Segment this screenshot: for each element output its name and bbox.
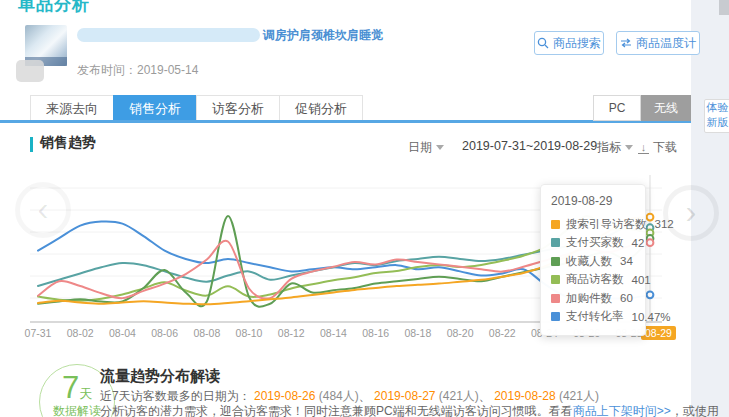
metric-dropdown[interactable]: 指标 xyxy=(597,139,633,156)
shop-logo-blurred xyxy=(16,60,44,82)
tooltip-series-value: 10.47% xyxy=(632,311,671,323)
x-tick-label: 08-02 xyxy=(60,327,100,339)
date-dropdown-label: 日期 xyxy=(408,139,432,156)
tooltip-date: 2019-08-29 xyxy=(551,194,635,208)
metric-dropdown-label: 指标 xyxy=(597,139,621,156)
tooltip-row: 搜索引导访客数312 xyxy=(551,215,635,234)
x-tick-label: 08-20 xyxy=(440,327,480,339)
product-thermometer-label: 商品温度计 xyxy=(636,35,696,52)
product-title-blurred-segment xyxy=(77,28,260,42)
download-label: 下载 xyxy=(653,139,677,156)
chart-tooltip: 2019-08-29 搜索引导访客数312支付买家数42收藏人数34商品访客数4… xyxy=(540,184,646,336)
badge-number: 7 xyxy=(62,371,79,405)
insight-line2: 分析访客的潜力需求，迎合访客需求！同时注意兼顾PC端和无线端访客访问习惯哦。看看… xyxy=(100,403,729,417)
series-endpoint-marker xyxy=(647,239,654,246)
tooltip-series-value: 401 xyxy=(632,274,651,286)
top-day-count: (421人) xyxy=(439,389,479,403)
x-tick-label: 08-06 xyxy=(145,327,185,339)
series-endpoint-marker xyxy=(647,214,654,221)
try-new-version-badge[interactable]: 体验 新版 xyxy=(704,99,729,133)
product-title: 调房护肩颈椎坎肩睡觉 xyxy=(263,27,383,44)
tab-visitor-analysis[interactable]: 访客分析 xyxy=(196,95,279,121)
series-color-swatch xyxy=(551,275,560,284)
insight-line1-prefix: 近7天访客数最多的日期为： xyxy=(100,389,251,403)
tab-promotion-analysis[interactable]: 促销分析 xyxy=(279,95,363,121)
badge-unit: 天 xyxy=(79,386,92,401)
toggle-wireless[interactable]: 无线 xyxy=(641,95,691,121)
chevron-down-icon xyxy=(436,145,444,150)
chevron-left-icon: ‹ xyxy=(37,191,48,225)
series-color-swatch xyxy=(551,312,560,321)
x-tick-label: 08-10 xyxy=(229,327,269,339)
tabs-underline xyxy=(0,120,691,123)
tooltip-series-label: 收藏人数 xyxy=(566,254,612,269)
series-color-swatch xyxy=(551,220,560,229)
chevron-down-icon xyxy=(625,145,633,150)
exchange-arrows-icon xyxy=(620,38,632,48)
tooltip-series-value: 34 xyxy=(620,255,633,267)
product-search-button[interactable]: 商品搜索 xyxy=(534,31,604,55)
shelf-time-link[interactable]: 商品上下架时间>> xyxy=(573,404,671,417)
section-title: 销售趋势 xyxy=(40,134,96,152)
section-accent-bar xyxy=(30,137,33,152)
scrollbar-thumb[interactable] xyxy=(719,0,729,15)
tooltip-series-value: 60 xyxy=(620,292,633,304)
x-tick-label: 08-08 xyxy=(187,327,227,339)
tooltip-series-label: 加购件数 xyxy=(566,291,612,306)
x-tick-label: 08-16 xyxy=(356,327,396,339)
product-thermometer-button[interactable]: 商品温度计 xyxy=(616,31,700,55)
series-color-swatch xyxy=(551,257,560,266)
single-product-analysis-page: 单品分析 调房护肩颈椎坎肩睡觉 发布时间：2019-05-14 商品搜索 商品温… xyxy=(0,0,729,417)
series-endpoint-marker xyxy=(647,291,654,298)
series-color-swatch xyxy=(551,294,560,303)
x-tick-label: 08-18 xyxy=(398,327,438,339)
top-day-date: 2019-08-27 xyxy=(371,389,439,403)
tooltip-series-value: 42 xyxy=(632,237,645,249)
top-day-date: 2019-08-28 xyxy=(491,389,559,403)
new-version-line2: 新版 xyxy=(705,115,729,130)
x-axis-highlight-badge: 08-29 xyxy=(641,326,676,340)
new-version-line1: 体验 xyxy=(705,100,729,115)
chevron-right-icon: › xyxy=(685,194,696,228)
tooltip-series-label: 搜索引导访客数 xyxy=(566,217,647,232)
tooltip-series-label: 支付买家数 xyxy=(566,235,624,250)
publish-time: 发布时间：2019-05-14 xyxy=(77,62,198,79)
tab-sales-analysis[interactable]: 销售分析 xyxy=(113,95,196,121)
insight-title: 流量趋势分布解读 xyxy=(100,367,220,386)
tooltip-rows: 搜索引导访客数312支付买家数42收藏人数34商品访客数401加购件数60支付转… xyxy=(551,215,635,326)
insight-line2-text: 分析访客的潜力需求，迎合访客需求！同时注意兼顾PC端和无线端访客访问习惯哦。看看 xyxy=(100,404,573,417)
toggle-pc[interactable]: PC xyxy=(593,95,641,121)
top-day-count: (421人) xyxy=(559,389,599,403)
download-icon: ↓ xyxy=(638,142,649,154)
x-tick-label: 08-22 xyxy=(482,327,522,339)
top-day-count: (484人) xyxy=(319,389,359,403)
tooltip-row: 商品访客数401 xyxy=(551,271,635,290)
page-title: 单品分析 xyxy=(18,0,90,16)
x-tick-label: 08-12 xyxy=(271,327,311,339)
tooltip-series-label: 支付转化率 xyxy=(566,309,624,324)
date-dropdown[interactable]: 日期 xyxy=(408,139,444,156)
top-day-date: 2019-08-26 xyxy=(251,389,319,403)
tooltip-row: 收藏人数34 xyxy=(551,252,635,271)
date-range-value[interactable]: 2019-07-31~2019-08-29 xyxy=(462,139,597,153)
download-button[interactable]: ↓ 下载 xyxy=(638,139,677,156)
separator: 、 xyxy=(479,389,491,403)
tooltip-row: 支付转化率10.47% xyxy=(551,308,635,327)
x-tick-label: 08-04 xyxy=(102,327,142,339)
chart-prev-arrow-button[interactable]: ‹ xyxy=(15,182,71,238)
product-search-label: 商品搜索 xyxy=(553,35,601,52)
tooltip-series-value: 312 xyxy=(655,218,674,230)
analysis-tabs: 来源去向销售分析访客分析促销分析 xyxy=(30,95,363,121)
tab-source-destination[interactable]: 来源去向 xyxy=(30,95,113,121)
search-icon xyxy=(537,37,549,49)
tooltip-row: 支付买家数42 xyxy=(551,234,635,253)
chart-next-arrow-button[interactable]: › xyxy=(663,185,719,241)
x-tick-label: 08-14 xyxy=(313,327,353,339)
series-color-swatch xyxy=(551,238,560,247)
tooltip-row: 加购件数60 xyxy=(551,289,635,308)
x-tick-label: 07-31 xyxy=(18,327,58,339)
separator: 、 xyxy=(359,389,371,403)
tooltip-series-label: 商品访客数 xyxy=(566,272,624,287)
